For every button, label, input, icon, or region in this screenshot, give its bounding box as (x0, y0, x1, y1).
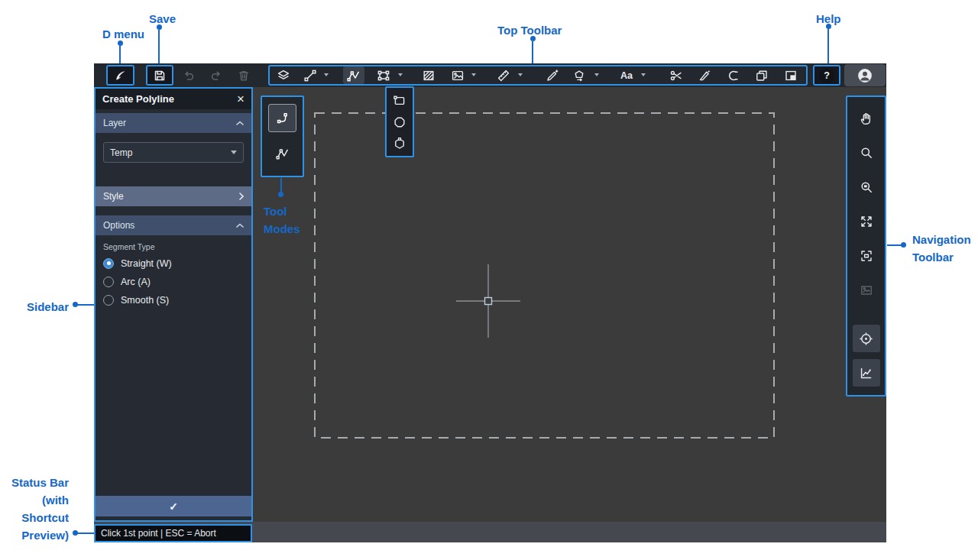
annotation-sidebar: Sidebar (14, 298, 69, 316)
annotation-dot (118, 40, 123, 46)
rounded-rectangle-icon (393, 94, 406, 108)
undo-button[interactable] (180, 66, 198, 85)
radio-unselected-icon[interactable] (103, 295, 114, 306)
text-tool-dropdown-arrow[interactable] (641, 73, 646, 76)
help-icon: ? (819, 68, 834, 83)
section-header-options[interactable]: Options (96, 215, 251, 235)
drawing-canvas[interactable] (253, 87, 886, 522)
zoom-selection-button[interactable] (853, 173, 880, 201)
chevron-up-icon (236, 121, 244, 125)
duplicate-icon (755, 69, 769, 83)
delete-button[interactable] (235, 66, 253, 85)
line-tool-button[interactable] (302, 68, 319, 83)
polygon-icon (393, 137, 406, 151)
trim-icon (726, 69, 740, 83)
confirm-button[interactable]: ✓ (96, 496, 251, 516)
radio-label-arc: Arc (A) (121, 277, 151, 287)
annotation-line (158, 30, 160, 63)
d-menu-highlight (106, 65, 134, 86)
annotation-dot (530, 36, 536, 41)
chart-levels-button[interactable] (853, 359, 880, 387)
tool-group-highlight: Aa (268, 65, 808, 86)
help-highlight: ? (813, 65, 840, 86)
tool-mode-continue-button[interactable] (268, 104, 296, 132)
zoom-frame-button[interactable] (853, 242, 880, 270)
frame-tool-button[interactable] (782, 68, 799, 83)
tool-modes-panel (261, 95, 304, 177)
fit-view-button[interactable] (853, 208, 880, 235)
orbit-button[interactable] (853, 325, 880, 352)
hatch-tool-button[interactable] (420, 68, 437, 83)
close-icon[interactable]: × (237, 92, 244, 105)
line-tool-dropdown-arrow[interactable] (324, 73, 329, 76)
canvas-overlay (253, 87, 886, 522)
image-fit-icon (860, 283, 873, 297)
radio-selected-icon[interactable] (103, 258, 114, 269)
frame-icon (784, 69, 798, 83)
orbit-compass-icon (859, 332, 873, 346)
rectangle-tool-button[interactable] (375, 68, 392, 83)
section-header-layer[interactable]: Layer (96, 113, 251, 133)
account-avatar-icon (857, 68, 873, 83)
magnifier-icon (860, 146, 873, 160)
account-button[interactable] (844, 64, 886, 86)
chart-icon (859, 366, 873, 380)
chevron-down-icon (231, 151, 237, 154)
flyout-ellipse-button[interactable] (389, 112, 410, 132)
section-label-style: Style (103, 191, 124, 202)
crosshair-pick-box (485, 298, 492, 305)
pan-button[interactable] (853, 105, 880, 132)
annotation-dot (157, 24, 162, 30)
measure-tool-icon (497, 69, 510, 83)
image-tool-dropdown-arrow[interactable] (471, 73, 476, 76)
image-tool-button[interactable] (449, 68, 466, 83)
annotation-line (119, 46, 121, 63)
flyout-rectangle-button[interactable] (389, 90, 410, 111)
trim-tool-button[interactable] (724, 68, 741, 83)
polyline-tool-icon (347, 69, 361, 83)
save-button[interactable] (147, 66, 172, 84)
zoom-button[interactable] (853, 139, 880, 167)
knife-tool-button[interactable] (696, 68, 713, 83)
polyline-mode-icon (276, 147, 290, 160)
rectangle-tool-dropdown-arrow[interactable] (398, 73, 403, 76)
d-menu-button[interactable] (108, 66, 133, 84)
trash-icon (237, 69, 251, 83)
radio-row-straight[interactable]: Straight (W) (103, 257, 251, 270)
radio-label-smooth: Smooth (S) (121, 295, 169, 306)
status-bar-text: Click 1st point | ESC = Abort (101, 528, 216, 539)
section-header-style[interactable]: Style (96, 186, 251, 206)
cleanup-tool-button[interactable] (544, 68, 561, 83)
chevron-up-icon (236, 223, 244, 228)
frame-brackets-icon (860, 249, 873, 263)
radio-row-smooth[interactable]: Smooth (S) (103, 293, 251, 306)
redo-button[interactable] (207, 66, 225, 85)
help-button[interactable]: ? (814, 66, 839, 84)
top-toolbar: Aa (94, 63, 886, 87)
tool-mode-polyline-button[interactable] (268, 139, 296, 167)
duplicate-tool-button[interactable] (753, 68, 770, 83)
save-icon (153, 69, 167, 83)
annotation-line (77, 304, 94, 306)
navigation-toolbar (846, 95, 886, 397)
offset-tool-button[interactable] (571, 68, 588, 83)
annotation-status-bar: Status Bar (with Shortcut Preview) (0, 474, 69, 544)
offset-tool-dropdown-arrow[interactable] (594, 73, 599, 76)
status-bar: Click 1st point | ESC = Abort (94, 524, 252, 542)
artboard-dashed-outline (315, 113, 774, 438)
layers-icon (277, 69, 290, 83)
radio-row-arc[interactable]: Arc (A) (103, 275, 251, 288)
polyline-tool-button-active[interactable] (343, 66, 364, 84)
annotation-line (887, 244, 902, 246)
measure-tool-button[interactable] (495, 68, 512, 83)
annotation-line (827, 29, 829, 63)
flyout-polygon-button[interactable] (389, 133, 410, 154)
measure-tool-dropdown-arrow[interactable] (518, 73, 523, 76)
scissors-tool-button[interactable] (668, 68, 685, 83)
radio-unselected-icon[interactable] (103, 277, 114, 287)
text-tool-button[interactable]: Aa (617, 68, 636, 83)
layer-select[interactable]: Temp (103, 142, 244, 163)
radio-label-straight: Straight (W) (121, 258, 172, 269)
annotation-dot (278, 192, 283, 197)
layers-button[interactable] (275, 68, 292, 83)
